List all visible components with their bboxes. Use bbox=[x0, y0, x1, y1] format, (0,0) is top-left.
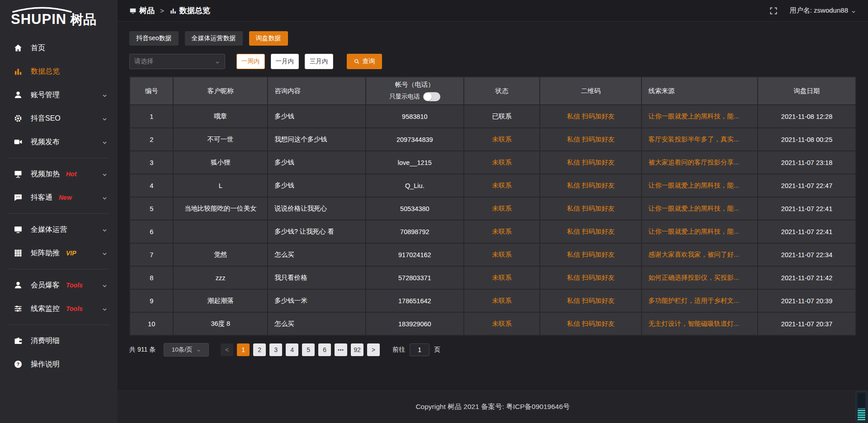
sidebar-item-label: 首页 bbox=[31, 43, 45, 53]
sidebar-item-account-manage[interactable]: 账号管理 bbox=[0, 83, 118, 107]
cell-qrcode-link[interactable]: 私信 扫码加好友 bbox=[540, 289, 642, 312]
column-header-2: 咨询内容 bbox=[268, 77, 366, 105]
sidebar-item-member-baoke[interactable]: 会员爆客Tools bbox=[0, 273, 118, 297]
sidebar-item-douketong[interactable]: 抖客通New bbox=[0, 186, 118, 209]
phone-only-toggle[interactable] bbox=[423, 92, 440, 101]
cell-source-link[interactable]: 客厅安装投影半年多了，真实... bbox=[642, 128, 758, 151]
tab-douyin-seo-data[interactable]: 抖音seo数据 bbox=[129, 31, 179, 46]
next-page-button[interactable]: > bbox=[367, 343, 380, 356]
breadcrumb-item-data-overview[interactable]: 数据总览 bbox=[170, 5, 210, 16]
range-button-0[interactable]: 一周内 bbox=[236, 54, 265, 69]
column-header-5: 二维码 bbox=[540, 77, 642, 105]
cell-source-link[interactable]: 感谢大家喜欢我家，被问了好... bbox=[642, 243, 758, 266]
sidebar-item-douyin-seo[interactable]: 抖音SEO bbox=[0, 107, 118, 130]
sidebar-item-consume-detail[interactable]: 消费明细 bbox=[0, 329, 118, 352]
table-body: 1哦章多少钱9583810已联系私信 扫码加好友让你一眼就爱上的黑科技，能...… bbox=[130, 105, 856, 335]
cell-qrcode-link[interactable]: 私信 扫码加好友 bbox=[540, 266, 642, 289]
sidebar-item-label: 会员爆客 bbox=[31, 281, 60, 290]
question-icon: ? bbox=[14, 360, 23, 369]
page-button-2[interactable]: 2 bbox=[253, 343, 266, 356]
page-button-5[interactable]: 5 bbox=[302, 343, 315, 356]
tab-media-ops-data[interactable]: 全媒体运营数据 bbox=[185, 31, 243, 46]
sidebar-item-home[interactable]: 首页 bbox=[0, 36, 118, 60]
range-button-1[interactable]: 一月内 bbox=[271, 54, 299, 69]
cell-no: 9 bbox=[130, 289, 173, 312]
breadcrumb-item-shupin[interactable]: 树品 bbox=[129, 5, 155, 16]
cell-qrcode-link[interactable]: 私信 扫码加好友 bbox=[540, 312, 642, 335]
column-header-4: 状态 bbox=[464, 77, 540, 105]
sidebar-item-data-overview[interactable]: 数据总览 bbox=[0, 60, 118, 83]
data-tabs: 抖音seo数据全媒体运营数据询盘数据 bbox=[129, 31, 856, 46]
wallet-icon bbox=[14, 336, 23, 345]
range-button-2[interactable]: 三月内 bbox=[305, 54, 333, 69]
page-button-92[interactable]: 92 bbox=[351, 343, 363, 356]
screen-icon bbox=[14, 225, 23, 234]
sidebar-item-video-heat[interactable]: 视频加热Hot bbox=[0, 162, 118, 186]
page-footer: Copyright 树品 2021 备案号: 粤ICP备09019646号 bbox=[118, 390, 868, 423]
cell-date: 2021-11-07 21:42 bbox=[758, 266, 856, 289]
cell-qrcode-link[interactable]: 私信 扫码加好友 bbox=[540, 105, 642, 128]
search-button[interactable]: 查询 bbox=[347, 54, 382, 69]
sidebar-menu: 首页数据总览账号管理抖音SEO视频发布视频加热Hot抖客通New全媒体运营矩阵助… bbox=[0, 30, 118, 376]
cell-source-link[interactable]: 让你一眼就爱上的黑科技，能... bbox=[642, 174, 758, 197]
table-row: 3狐小狸多少钱love__1215未联系私信 扫码加好友被大家追着问的客厅投影分… bbox=[130, 151, 856, 174]
phone-column-label: 帐号（电话） bbox=[366, 80, 463, 89]
table-row: 1哦章多少钱9583810已联系私信 扫码加好友让你一眼就爱上的黑科技，能...… bbox=[130, 105, 856, 128]
sidebar-item-media-ops[interactable]: 全媒体运营 bbox=[0, 218, 118, 241]
breadcrumb-separator: > bbox=[160, 7, 164, 14]
sidebar-item-badge: New bbox=[59, 194, 72, 201]
page-button-6[interactable]: 6 bbox=[318, 343, 331, 356]
cell-source-link[interactable]: 如何正确选择投影仪，买投影... bbox=[642, 266, 758, 289]
inquiry-table: 编号客户昵称咨询内容帐号（电话）只显示电话状态二维码线索来源询盘日期 1哦章多少… bbox=[129, 76, 856, 336]
cell-date: 2021-11-07 20:37 bbox=[758, 312, 856, 335]
phone-toggle-row: 只显示电话 bbox=[366, 92, 463, 101]
sidebar-item-label: 抖客通 bbox=[31, 193, 52, 202]
cell-source-link[interactable]: 被大家追着问的客厅投影分享... bbox=[642, 151, 758, 174]
cell-content: 多少钱 bbox=[268, 105, 366, 128]
search-button-label: 查询 bbox=[363, 57, 375, 66]
goto-page-input[interactable] bbox=[410, 343, 429, 356]
cell-status: 未联系 bbox=[464, 289, 540, 312]
table-row: 1036度 8怎么买183929060未联系私信 扫码加好友无主灯设计，智能磁吸… bbox=[130, 312, 856, 335]
page-button-4[interactable]: 4 bbox=[286, 343, 298, 356]
sidebar-item-badge: Tools bbox=[66, 282, 83, 289]
cell-account: 70898792 bbox=[366, 220, 464, 243]
prev-page-button[interactable]: < bbox=[221, 343, 233, 356]
cell-qrcode-link[interactable]: 私信 扫码加好友 bbox=[540, 128, 642, 151]
sidebar-item-video-publish[interactable]: 视频发布 bbox=[0, 130, 118, 154]
page-size-select[interactable]: 10条/页 bbox=[164, 343, 209, 357]
user-menu[interactable]: 用户名: zswodun88 bbox=[790, 6, 856, 15]
cell-content: 多少钱? 让我死心 看 bbox=[268, 220, 366, 243]
goto-unit-label: 页 bbox=[434, 346, 440, 354]
sidebar-item-clue-monitor[interactable]: 线索监控Tools bbox=[0, 297, 118, 320]
cell-source-link[interactable]: 让你一眼就爱上的黑科技，能... bbox=[642, 220, 758, 243]
cell-account: 178651642 bbox=[366, 289, 464, 312]
cell-nickname: 不可一世 bbox=[173, 128, 268, 151]
sidebar: SHUPIN 树品 首页数据总览账号管理抖音SEO视频发布视频加热Hot抖客通N… bbox=[0, 0, 118, 423]
fullscreen-icon[interactable] bbox=[769, 6, 778, 15]
cell-qrcode-link[interactable]: 私信 扫码加好友 bbox=[540, 197, 642, 220]
cell-source-link[interactable]: 无主灯设计，智能磁吸轨道灯... bbox=[642, 312, 758, 335]
cell-account: love__1215 bbox=[366, 151, 464, 174]
filter-select[interactable]: 请选择 bbox=[129, 54, 225, 69]
cell-source-link[interactable]: 让你一眼就爱上的黑科技，能... bbox=[642, 105, 758, 128]
cell-qrcode-link[interactable]: 私信 扫码加好友 bbox=[540, 243, 642, 266]
cell-qrcode-link[interactable]: 私信 扫码加好友 bbox=[540, 151, 642, 174]
table-row: 6多少钱? 让我死心 看70898792未联系私信 扫码加好友让你一眼就爱上的黑… bbox=[130, 220, 856, 243]
cell-source-link[interactable]: 多功能护栏灯，适用于乡村文... bbox=[642, 289, 758, 312]
cell-content: 说说价格让我死心 bbox=[268, 197, 366, 220]
pages-ellipsis-button[interactable]: ••• bbox=[335, 343, 347, 356]
cell-qrcode-link[interactable]: 私信 扫码加好友 bbox=[540, 220, 642, 243]
sidebar-item-matrix-boost[interactable]: 矩阵助推VIP bbox=[0, 241, 118, 265]
chevron-down-icon bbox=[102, 306, 108, 312]
page-button-3[interactable]: 3 bbox=[269, 343, 282, 356]
cell-qrcode-link[interactable]: 私信 扫码加好友 bbox=[540, 174, 642, 197]
tab-inquiry-data[interactable]: 询盘数据 bbox=[249, 31, 288, 46]
sidebar-item-badge: VIP bbox=[66, 249, 76, 257]
grid-icon bbox=[14, 249, 23, 258]
cell-source-link[interactable]: 让你一眼就爱上的黑科技，能... bbox=[642, 197, 758, 220]
sidebar-item-label: 矩阵助推 bbox=[31, 249, 60, 258]
sidebar-item-operation-guide[interactable]: ?操作说明 bbox=[0, 352, 118, 376]
page-button-1[interactable]: 1 bbox=[237, 343, 250, 356]
cell-nickname: 潮起潮落 bbox=[173, 289, 268, 312]
